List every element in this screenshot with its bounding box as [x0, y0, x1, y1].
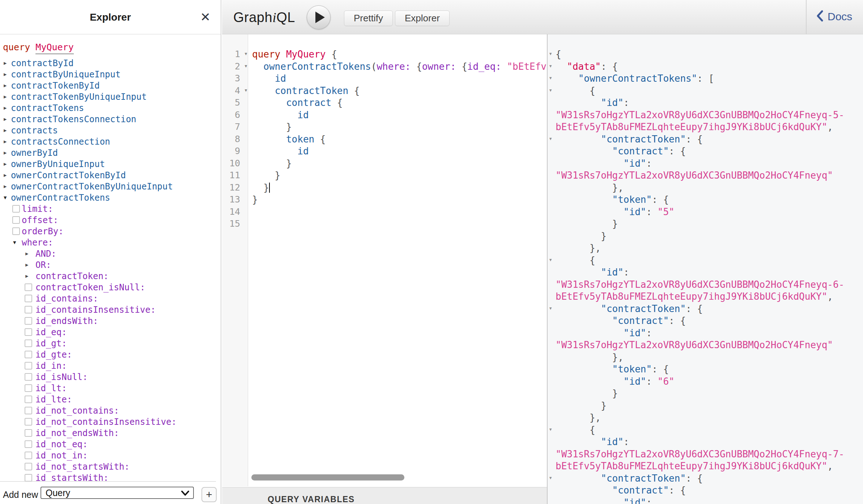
arg-checkbox[interactable] — [25, 429, 32, 437]
expand-icon[interactable]: ▸ — [3, 92, 8, 101]
explorer-arg-orderBy[interactable]: orderBy: — [0, 226, 221, 238]
explorer-arg-contractToken[interactable]: ▸contractToken: — [0, 271, 221, 282]
arg-checkbox[interactable] — [25, 339, 32, 347]
explorer-arg-id_not_contains[interactable]: id_not_contains: — [0, 406, 221, 417]
explorer-arg-where[interactable]: ▾where: — [0, 238, 221, 249]
explorer-arg-id_not_containsInsensitive[interactable]: id_not_containsInsensitive: — [0, 417, 221, 428]
expand-icon[interactable]: ▸ — [3, 137, 8, 146]
explorer-field-contractTokensConnection[interactable]: ▸contractTokensConnection — [0, 114, 221, 125]
explorer-arg-id_not_in[interactable]: id_not_in: — [0, 450, 221, 462]
explorer-arg-id_contains[interactable]: id_contains: — [0, 294, 221, 305]
close-icon[interactable]: ✕ — [200, 0, 211, 34]
explorer-arg-id_eq[interactable]: id_eq: — [0, 327, 221, 338]
explorer-arg-id_gt[interactable]: id_gt: — [0, 338, 221, 350]
explorer-arg-id_isNull[interactable]: id_isNull: — [0, 372, 221, 383]
arg-checkbox[interactable] — [25, 463, 32, 470]
fold-icon[interactable]: ▾ — [549, 474, 552, 481]
collapse-icon[interactable]: ▾ — [3, 193, 8, 202]
arg-checkbox[interactable] — [25, 295, 32, 302]
explorer-field-contractTokenById[interactable]: ▸contractTokenById — [0, 81, 221, 92]
prettify-button[interactable]: Prettify — [344, 10, 393, 26]
arg-checkbox[interactable] — [12, 227, 20, 235]
fold-icon[interactable]: ▾ — [549, 256, 552, 263]
query-editor[interactable]: 1▾2▾34▾56789101112131415 query MyQuery {… — [222, 34, 547, 486]
expand-icon[interactable]: ▸ — [25, 260, 29, 269]
explorer-arg-id_endsWith[interactable]: id_endsWith: — [0, 316, 221, 327]
explorer-arg-limit[interactable]: limit: — [0, 204, 221, 215]
expand-icon[interactable]: ▸ — [3, 81, 8, 90]
arg-checkbox[interactable] — [25, 418, 32, 426]
explorer-field-ownerContractTokenById[interactable]: ▸ownerContractTokenById — [0, 170, 221, 181]
expand-icon[interactable]: ▸ — [3, 70, 8, 78]
explorer-arg-contractToken_isNull[interactable]: contractToken_isNull: — [0, 282, 221, 294]
expand-icon[interactable]: ▸ — [3, 103, 8, 112]
explorer-arg-OR[interactable]: ▸OR: — [0, 260, 221, 271]
arg-checkbox[interactable] — [25, 317, 32, 325]
fold-icon[interactable]: ▾ — [549, 62, 552, 69]
expand-icon[interactable]: ▸ — [3, 126, 8, 134]
arg-checkbox[interactable] — [25, 362, 32, 370]
arg-checkbox[interactable] — [12, 205, 20, 213]
explorer-arg-id_not_startsWith[interactable]: id_not_startsWith: — [0, 462, 221, 473]
arg-checkbox[interactable] — [25, 474, 32, 481]
expand-icon[interactable]: ▸ — [3, 115, 8, 123]
arg-checkbox[interactable] — [25, 407, 32, 414]
arg-checkbox[interactable] — [25, 283, 32, 291]
arg-checkbox[interactable] — [25, 452, 32, 459]
query-variables-bar[interactable]: QUERY VARIABLES — [222, 487, 547, 504]
add-operation-button[interactable]: + — [201, 487, 217, 502]
arg-checkbox[interactable] — [25, 351, 32, 358]
expand-icon[interactable]: ▸ — [25, 272, 29, 280]
explorer-arg-id_lt[interactable]: id_lt: — [0, 383, 221, 394]
explorer-arg-id_lte[interactable]: id_lte: — [0, 394, 221, 406]
fold-icon[interactable]: ▾ — [244, 62, 248, 69]
fold-icon[interactable]: ▾ — [244, 86, 248, 94]
arg-checkbox[interactable] — [25, 384, 32, 392]
explorer-field-ownerContractTokens[interactable]: ▾ownerContractTokens — [0, 193, 221, 204]
fold-icon[interactable]: ▾ — [244, 50, 248, 57]
docs-link[interactable]: Docs — [816, 10, 852, 24]
execute-query-button[interactable] — [307, 5, 331, 29]
explorer-field-ownerContractTokenByUniqueInput[interactable]: ▸ownerContractTokenByUniqueInput — [0, 181, 221, 193]
arg-checkbox[interactable] — [25, 396, 32, 403]
editor-horizontal-scrollbar[interactable] — [251, 474, 404, 480]
explorer-arg-id_containsInsensitive[interactable]: id_containsInsensitive: — [0, 305, 221, 316]
add-new-operation-select[interactable]: Query — [41, 487, 194, 499]
fold-icon[interactable]: ▾ — [549, 50, 552, 57]
explorer-field-ownerById[interactable]: ▸ownerById — [0, 148, 221, 159]
arg-checkbox[interactable] — [25, 328, 32, 336]
explorer-field-contractTokenByUniqueInput[interactable]: ▸contractTokenByUniqueInput — [0, 92, 221, 103]
explorer-operation-row[interactable]: query MyQuery — [0, 42, 221, 58]
arg-checkbox[interactable] — [25, 373, 32, 381]
explorer-arg-id_gte[interactable]: id_gte: — [0, 350, 221, 361]
expand-icon[interactable]: ▸ — [3, 182, 8, 191]
explorer-arg-id_not_eq[interactable]: id_not_eq: — [0, 439, 221, 450]
explorer-arg-id_in[interactable]: id_in: — [0, 361, 221, 372]
arg-checkbox[interactable] — [25, 306, 32, 313]
explorer-field-contracts[interactable]: ▸contracts — [0, 125, 221, 137]
fold-icon[interactable]: ▾ — [549, 426, 552, 433]
operation-name[interactable]: MyQuery — [35, 42, 73, 54]
fold-icon[interactable]: ▾ — [549, 86, 552, 94]
explorer-arg-id_not_endsWith[interactable]: id_not_endsWith: — [0, 428, 221, 439]
explorer-arg-AND[interactable]: ▸AND: — [0, 249, 221, 260]
explorer-field-contractsConnection[interactable]: ▸contractsConnection — [0, 137, 221, 148]
fold-icon[interactable]: ▾ — [549, 304, 552, 312]
explorer-field-contractByUniqueInput[interactable]: ▸contractByUniqueInput — [0, 69, 221, 81]
expand-icon[interactable]: ▸ — [3, 59, 8, 67]
collapse-icon[interactable]: ▾ — [12, 238, 17, 247]
expand-icon[interactable]: ▸ — [25, 249, 29, 258]
explorer-arg-id_startsWith[interactable]: id_startsWith: — [0, 473, 221, 481]
expand-icon[interactable]: ▸ — [3, 148, 8, 157]
arg-checkbox[interactable] — [12, 216, 20, 224]
explorer-arg-offset[interactable]: offset: — [0, 215, 221, 226]
explorer-field-contractById[interactable]: ▸contractById — [0, 58, 221, 69]
explorer-field-contractTokens[interactable]: ▸contractTokens — [0, 103, 221, 114]
explorer-toggle-button[interactable]: Explorer — [395, 10, 450, 26]
fold-icon[interactable]: ▾ — [549, 135, 552, 142]
fold-icon[interactable]: ▾ — [549, 74, 552, 81]
explorer-field-ownerByUniqueInput[interactable]: ▸ownerByUniqueInput — [0, 159, 221, 170]
arg-checkbox[interactable] — [25, 440, 32, 448]
expand-icon[interactable]: ▸ — [3, 159, 8, 168]
expand-icon[interactable]: ▸ — [3, 171, 8, 179]
